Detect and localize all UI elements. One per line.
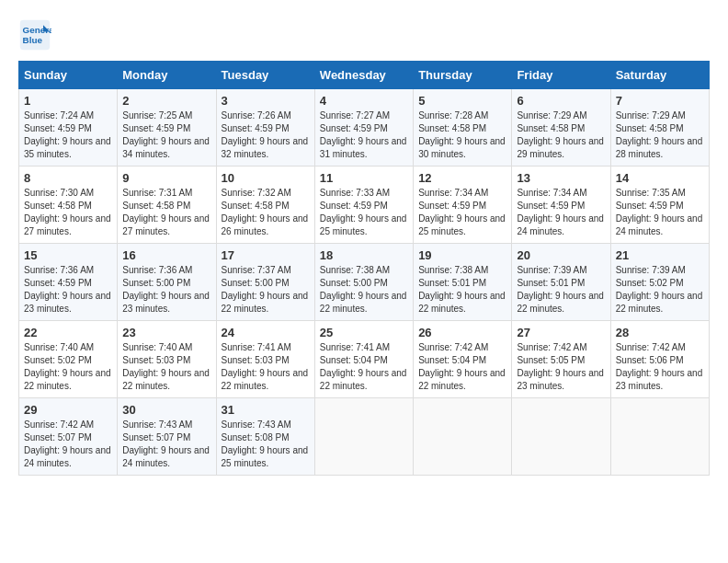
- day-number: 22: [24, 326, 112, 339]
- day-info: Sunrise: 7:41 AM Sunset: 5:03 PM Dayligh…: [222, 341, 310, 393]
- day-info: Sunrise: 7:41 AM Sunset: 5:04 PM Dayligh…: [320, 341, 408, 393]
- day-number: 28: [616, 326, 704, 339]
- calendar-cell: 28 Sunrise: 7:42 AM Sunset: 5:06 PM Dayl…: [610, 321, 709, 398]
- calendar-cell: 22 Sunrise: 7:40 AM Sunset: 5:02 PM Dayl…: [19, 321, 118, 398]
- day-number: 8: [24, 171, 112, 185]
- day-info: Sunrise: 7:32 AM Sunset: 4:58 PM Dayligh…: [222, 187, 310, 238]
- day-number: 6: [517, 94, 605, 108]
- day-number: 29: [24, 403, 112, 417]
- day-info: Sunrise: 7:42 AM Sunset: 5:05 PM Dayligh…: [517, 341, 605, 393]
- weekday-header-saturday: Saturday: [610, 62, 709, 89]
- calendar-week-1: 1 Sunrise: 7:24 AM Sunset: 4:59 PM Dayli…: [19, 89, 710, 167]
- day-info: Sunrise: 7:42 AM Sunset: 5:06 PM Dayligh…: [616, 341, 704, 393]
- calendar-cell: 8 Sunrise: 7:30 AM Sunset: 4:58 PM Dayli…: [19, 167, 118, 244]
- calendar-cell: 12 Sunrise: 7:34 AM Sunset: 4:59 PM Dayl…: [414, 167, 512, 244]
- day-number: 10: [222, 171, 310, 185]
- day-number: 15: [24, 248, 112, 262]
- weekday-header-wednesday: Wednesday: [314, 62, 413, 89]
- day-number: 26: [418, 326, 506, 339]
- calendar-cell: 11 Sunrise: 7:33 AM Sunset: 4:59 PM Dayl…: [314, 167, 413, 244]
- calendar-week-2: 8 Sunrise: 7:30 AM Sunset: 4:58 PM Dayli…: [19, 167, 710, 244]
- calendar-cell: 16 Sunrise: 7:36 AM Sunset: 5:00 PM Dayl…: [118, 244, 216, 321]
- calendar-cell: 4 Sunrise: 7:27 AM Sunset: 4:59 PM Dayli…: [314, 89, 413, 167]
- weekday-header-friday: Friday: [512, 62, 610, 89]
- calendar-cell: 17 Sunrise: 7:37 AM Sunset: 5:00 PM Dayl…: [216, 244, 314, 321]
- calendar-cell: 29 Sunrise: 7:42 AM Sunset: 5:07 PM Dayl…: [19, 398, 118, 476]
- calendar-cell: 7 Sunrise: 7:29 AM Sunset: 4:58 PM Dayli…: [610, 89, 709, 167]
- day-info: Sunrise: 7:28 AM Sunset: 4:58 PM Dayligh…: [418, 109, 506, 161]
- day-info: Sunrise: 7:43 AM Sunset: 5:07 PM Dayligh…: [122, 419, 210, 470]
- day-number: 1: [24, 94, 112, 108]
- day-info: Sunrise: 7:24 AM Sunset: 4:59 PM Dayligh…: [24, 109, 112, 161]
- calendar-cell: 2 Sunrise: 7:25 AM Sunset: 4:59 PM Dayli…: [118, 89, 216, 167]
- header: General Blue: [18, 18, 710, 52]
- day-info: Sunrise: 7:39 AM Sunset: 5:01 PM Dayligh…: [517, 264, 605, 316]
- calendar-cell: 1 Sunrise: 7:24 AM Sunset: 4:59 PM Dayli…: [19, 89, 118, 167]
- calendar-week-3: 15 Sunrise: 7:36 AM Sunset: 4:59 PM Dayl…: [19, 244, 710, 321]
- day-info: Sunrise: 7:37 AM Sunset: 5:00 PM Dayligh…: [222, 264, 310, 316]
- day-number: 17: [222, 248, 310, 262]
- calendar-cell: 19 Sunrise: 7:38 AM Sunset: 5:01 PM Dayl…: [414, 244, 512, 321]
- calendar-cell: 6 Sunrise: 7:29 AM Sunset: 4:58 PM Dayli…: [512, 89, 610, 167]
- calendar-week-5: 29 Sunrise: 7:42 AM Sunset: 5:07 PM Dayl…: [19, 398, 710, 476]
- calendar-cell: 5 Sunrise: 7:28 AM Sunset: 4:58 PM Dayli…: [414, 89, 512, 167]
- day-number: 13: [517, 171, 605, 185]
- calendar-cell: 15 Sunrise: 7:36 AM Sunset: 4:59 PM Dayl…: [19, 244, 118, 321]
- calendar-cell: 24 Sunrise: 7:41 AM Sunset: 5:03 PM Dayl…: [216, 321, 314, 398]
- day-info: Sunrise: 7:34 AM Sunset: 4:59 PM Dayligh…: [517, 187, 605, 238]
- day-number: 19: [418, 248, 506, 262]
- day-info: Sunrise: 7:29 AM Sunset: 4:58 PM Dayligh…: [517, 109, 605, 161]
- day-info: Sunrise: 7:39 AM Sunset: 5:02 PM Dayligh…: [616, 264, 704, 316]
- calendar-cell: 10 Sunrise: 7:32 AM Sunset: 4:58 PM Dayl…: [216, 167, 314, 244]
- calendar-cell: 25 Sunrise: 7:41 AM Sunset: 5:04 PM Dayl…: [314, 321, 413, 398]
- calendar-cell: [610, 398, 709, 476]
- day-number: 11: [320, 171, 408, 185]
- day-info: Sunrise: 7:36 AM Sunset: 5:00 PM Dayligh…: [122, 264, 210, 316]
- header-row: SundayMondayTuesdayWednesdayThursdayFrid…: [19, 62, 710, 89]
- calendar-cell: 27 Sunrise: 7:42 AM Sunset: 5:05 PM Dayl…: [512, 321, 610, 398]
- calendar-cell: [314, 398, 413, 476]
- day-info: Sunrise: 7:27 AM Sunset: 4:59 PM Dayligh…: [320, 109, 408, 161]
- day-number: 16: [122, 248, 210, 262]
- logo-icon: General Blue: [18, 18, 51, 52]
- day-number: 20: [517, 248, 605, 262]
- calendar-cell: 30 Sunrise: 7:43 AM Sunset: 5:07 PM Dayl…: [118, 398, 216, 476]
- calendar-cell: [414, 398, 512, 476]
- weekday-header-monday: Monday: [118, 62, 216, 89]
- day-info: Sunrise: 7:31 AM Sunset: 4:58 PM Dayligh…: [122, 187, 210, 238]
- day-number: 18: [320, 248, 408, 262]
- day-info: Sunrise: 7:36 AM Sunset: 4:59 PM Dayligh…: [24, 264, 112, 316]
- calendar-cell: 31 Sunrise: 7:43 AM Sunset: 5:08 PM Dayl…: [216, 398, 314, 476]
- day-number: 2: [122, 94, 210, 108]
- svg-text:Blue: Blue: [23, 35, 43, 45]
- day-number: 4: [320, 94, 408, 108]
- day-info: Sunrise: 7:33 AM Sunset: 4:59 PM Dayligh…: [320, 187, 408, 238]
- calendar-cell: 13 Sunrise: 7:34 AM Sunset: 4:59 PM Dayl…: [512, 167, 610, 244]
- day-info: Sunrise: 7:42 AM Sunset: 5:04 PM Dayligh…: [418, 341, 506, 393]
- day-number: 23: [122, 326, 210, 339]
- calendar-cell: 3 Sunrise: 7:26 AM Sunset: 4:59 PM Dayli…: [216, 89, 314, 167]
- day-info: Sunrise: 7:25 AM Sunset: 4:59 PM Dayligh…: [122, 109, 210, 161]
- day-number: 31: [222, 403, 310, 417]
- day-number: 30: [122, 403, 210, 417]
- calendar-table: SundayMondayTuesdayWednesdayThursdayFrid…: [18, 61, 710, 476]
- calendar-cell: 23 Sunrise: 7:40 AM Sunset: 5:03 PM Dayl…: [118, 321, 216, 398]
- calendar-cell: 26 Sunrise: 7:42 AM Sunset: 5:04 PM Dayl…: [414, 321, 512, 398]
- day-info: Sunrise: 7:38 AM Sunset: 5:01 PM Dayligh…: [418, 264, 506, 316]
- day-number: 12: [418, 171, 506, 185]
- calendar-cell: 18 Sunrise: 7:38 AM Sunset: 5:00 PM Dayl…: [314, 244, 413, 321]
- day-info: Sunrise: 7:34 AM Sunset: 4:59 PM Dayligh…: [418, 187, 506, 238]
- day-number: 27: [517, 326, 605, 339]
- day-number: 24: [222, 326, 310, 339]
- day-info: Sunrise: 7:30 AM Sunset: 4:58 PM Dayligh…: [24, 187, 112, 238]
- day-info: Sunrise: 7:38 AM Sunset: 5:00 PM Dayligh…: [320, 264, 408, 316]
- day-info: Sunrise: 7:35 AM Sunset: 4:59 PM Dayligh…: [616, 187, 704, 238]
- calendar-cell: [512, 398, 610, 476]
- day-number: 21: [616, 248, 704, 262]
- day-number: 5: [418, 94, 506, 108]
- calendar-week-4: 22 Sunrise: 7:40 AM Sunset: 5:02 PM Dayl…: [19, 321, 710, 398]
- day-info: Sunrise: 7:43 AM Sunset: 5:08 PM Dayligh…: [222, 419, 310, 470]
- weekday-header-sunday: Sunday: [19, 62, 118, 89]
- day-info: Sunrise: 7:40 AM Sunset: 5:03 PM Dayligh…: [122, 341, 210, 393]
- calendar-cell: 20 Sunrise: 7:39 AM Sunset: 5:01 PM Dayl…: [512, 244, 610, 321]
